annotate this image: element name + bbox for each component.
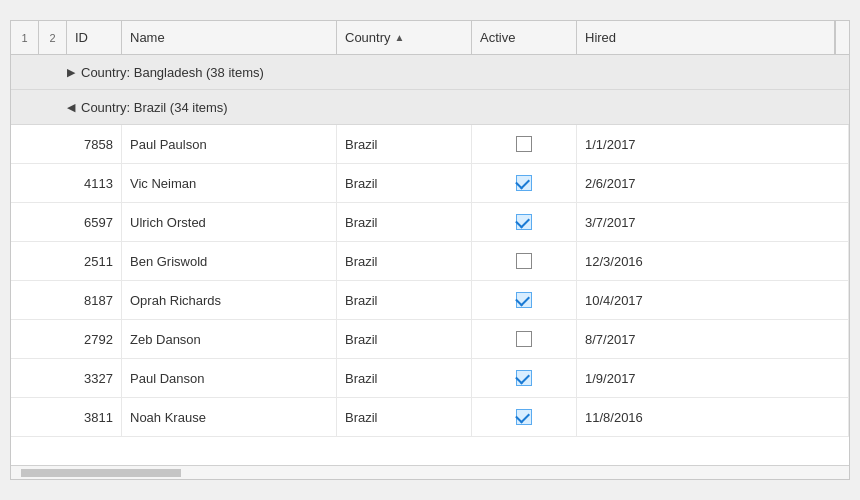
sort-arrow-icon: ▲ — [395, 32, 405, 43]
header-active[interactable]: Active — [472, 21, 577, 54]
group-row-bangladesh[interactable]: ▶ Country: Bangladesh (38 items) — [11, 55, 849, 90]
horizontal-scrollbar[interactable] — [11, 465, 849, 479]
cell-country: Brazil — [337, 125, 472, 163]
cell-name: Ben Griswold — [122, 242, 337, 280]
cell-hired: 2/6/2017 — [577, 164, 849, 202]
grid-header: 1 2 ID Name Country ▲ Active Hired — [11, 21, 849, 55]
bangladesh-expander-icon: ▶ — [67, 66, 75, 79]
cell-active[interactable] — [472, 281, 577, 319]
active-checkbox-unchecked[interactable] — [516, 331, 532, 347]
cell-country: Brazil — [337, 398, 472, 436]
active-checkbox-checked[interactable] — [516, 214, 532, 230]
cell-id: 2511 — [67, 242, 122, 280]
cell-name: Ulrich Orsted — [122, 203, 337, 241]
cell-country: Brazil — [337, 359, 472, 397]
cell-hired: 1/9/2017 — [577, 359, 849, 397]
cell-hired: 11/8/2016 — [577, 398, 849, 436]
cell-id: 2792 — [67, 320, 122, 358]
cell-active[interactable] — [472, 164, 577, 202]
cell-name: Vic Neiman — [122, 164, 337, 202]
cell-name: Paul Paulson — [122, 125, 337, 163]
group-label-brazil[interactable]: ◀ Country: Brazil (34 items) — [67, 90, 849, 124]
cell-active[interactable] — [472, 398, 577, 436]
active-checkbox-checked[interactable] — [516, 175, 532, 191]
cell-name: Zeb Danson — [122, 320, 337, 358]
scrollbar-top-right — [835, 21, 849, 54]
cell-active[interactable] — [472, 242, 577, 280]
cell-id: 8187 — [67, 281, 122, 319]
cell-name: Paul Danson — [122, 359, 337, 397]
header-hired[interactable]: Hired — [577, 21, 835, 54]
active-checkbox-checked[interactable] — [516, 409, 532, 425]
header-id[interactable]: ID — [67, 21, 122, 54]
cell-name: Oprah Richards — [122, 281, 337, 319]
cell-active[interactable] — [472, 125, 577, 163]
cell-country: Brazil — [337, 164, 472, 202]
cell-country: Brazil — [337, 320, 472, 358]
active-checkbox-checked[interactable] — [516, 370, 532, 386]
col-num-1: 1 — [11, 21, 39, 54]
group-row-brazil[interactable]: ◀ Country: Brazil (34 items) — [11, 90, 849, 125]
active-checkbox-unchecked[interactable] — [516, 136, 532, 152]
table-row[interactable]: 3327 Paul Danson Brazil 1/9/2017 — [11, 359, 849, 398]
header-country[interactable]: Country ▲ — [337, 21, 472, 54]
table-row[interactable]: 2792 Zeb Danson Brazil 8/7/2017 — [11, 320, 849, 359]
table-row[interactable]: 2511 Ben Griswold Brazil 12/3/2016 — [11, 242, 849, 281]
cell-country: Brazil — [337, 281, 472, 319]
cell-active[interactable] — [472, 203, 577, 241]
table-row[interactable]: 7858 Paul Paulson Brazil 1/1/2017 — [11, 125, 849, 164]
cell-id: 3327 — [67, 359, 122, 397]
cell-id: 6597 — [67, 203, 122, 241]
cell-name: Noah Krause — [122, 398, 337, 436]
brazil-expander-icon: ◀ — [67, 101, 75, 114]
cell-country: Brazil — [337, 242, 472, 280]
cell-hired: 8/7/2017 — [577, 320, 849, 358]
table-row[interactable]: 8187 Oprah Richards Brazil 10/4/2017 — [11, 281, 849, 320]
cell-country: Brazil — [337, 203, 472, 241]
table-row[interactable]: 3811 Noah Krause Brazil 11/8/2016 — [11, 398, 849, 437]
active-checkbox-checked[interactable] — [516, 292, 532, 308]
hscroll-thumb[interactable] — [21, 469, 181, 477]
data-grid: 1 2 ID Name Country ▲ Active Hired ▶ — [10, 20, 850, 480]
cell-hired: 3/7/2017 — [577, 203, 849, 241]
cell-id: 3811 — [67, 398, 122, 436]
cell-hired: 1/1/2017 — [577, 125, 849, 163]
cell-hired: 10/4/2017 — [577, 281, 849, 319]
cell-id: 4113 — [67, 164, 122, 202]
col-num-2: 2 — [39, 21, 67, 54]
cell-active[interactable] — [472, 359, 577, 397]
cell-id: 7858 — [67, 125, 122, 163]
header-name[interactable]: Name — [122, 21, 337, 54]
cell-hired: 12/3/2016 — [577, 242, 849, 280]
table-row[interactable]: 4113 Vic Neiman Brazil 2/6/2017 — [11, 164, 849, 203]
grid-body[interactable]: ▶ Country: Bangladesh (38 items) ◀ Count… — [11, 55, 849, 465]
cell-active[interactable] — [472, 320, 577, 358]
table-row[interactable]: 6597 Ulrich Orsted Brazil 3/7/2017 — [11, 203, 849, 242]
active-checkbox-unchecked[interactable] — [516, 253, 532, 269]
group-label-bangladesh[interactable]: ▶ Country: Bangladesh (38 items) — [67, 55, 849, 89]
